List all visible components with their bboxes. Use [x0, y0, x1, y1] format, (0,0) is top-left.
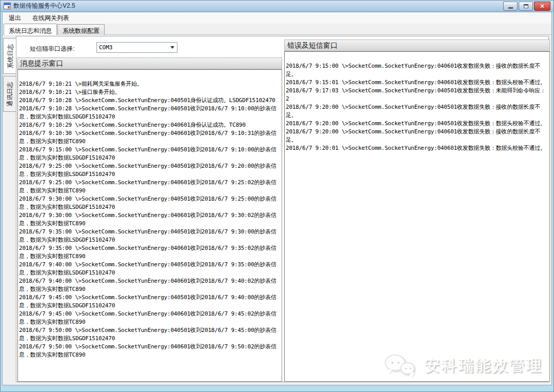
message-log-line: 2018/6/7 9:30:00 \>SocketComm.SocketYunE… [19, 211, 281, 228]
error-log-line: 2018/6/7 9:15:00 \>SocketComm.SocketYunE… [286, 62, 548, 79]
side-tab-system-log[interactable]: 系统日志 [3, 38, 16, 74]
tab-bar: 系统日志和消息 系统数据配置 [3, 24, 551, 35]
tab-system-data-config[interactable]: 系统数据配置 [57, 24, 105, 35]
message-log-line: 2018/6/7 9:50:00 \>SocketComm.SocketYunE… [19, 326, 281, 343]
error-log-line: 2018/6/7 9:17:03 \>SocketComm.SocketYunE… [286, 87, 548, 103]
client-area: 退出 在线网关列表 系统日志和消息 系统数据配置 系统日志 通讯日志 短信猫串口… [2, 12, 552, 385]
menu-bar: 退出 在线网关列表 [3, 12, 551, 24]
error-log[interactable]: 2018/6/7 9:15:00 \>SocketComm.SocketYunE… [284, 51, 550, 382]
message-log-line: 2018/6/7 9:25:00 \>SocketComm.SocketYunE… [19, 179, 281, 195]
app-icon [4, 3, 11, 9]
message-log-line: 2018/6/7 9:15:00 \>SocketComm.SocketYunE… [19, 146, 281, 162]
side-tab-comm-log[interactable]: 通讯日志 [3, 76, 16, 112]
message-log-line: 2018/6/7 9:45:00 \>SocketComm.SocketYunE… [19, 293, 281, 310]
minimize-icon [508, 7, 513, 9]
serial-port-select[interactable]: COM3 [96, 42, 177, 53]
maximize-button[interactable] [519, 2, 533, 11]
message-log-line: 2018/6/7 9:10:28 \>SocketComm.SocketYunE… [19, 96, 281, 105]
serial-port-label: 短信猫串口选择: [30, 45, 74, 53]
title-bar[interactable]: 数据传输服务中心V2.5 ✕ [1, 1, 553, 12]
menu-item-online-gateway-list[interactable]: 在线网关列表 [27, 12, 74, 24]
tab-system-log-and-messages[interactable]: 系统日志和消息 [4, 24, 57, 35]
message-log-line: 2018/6/7 9:30:00 \>SocketComm.SocketYunE… [19, 195, 281, 211]
chevron-down-icon [170, 46, 174, 49]
maximize-icon [524, 4, 528, 8]
error-log-line: 2018/6/7 9:20:00 \>SocketComm.SocketYunE… [286, 128, 548, 144]
wechat-bubbles-icon [385, 353, 418, 379]
serial-port-value: COM3 [99, 44, 113, 51]
message-log-line: 2018/6/7 9:10:21 \>能耗网关采集服务开始。 [19, 80, 281, 88]
watermark: 安科瑞能效管理 [385, 353, 543, 379]
message-log-line: 2018/6/7 9:10:28 \>SocketComm.SocketYunE… [19, 105, 281, 121]
menu-item-exit[interactable]: 退出 [4, 12, 26, 24]
window-title: 数据传输服务中心V2.5 [13, 2, 75, 10]
error-log-line: 2018/6/7 9:20:01 \>SocketComm.SocketYunE… [286, 144, 548, 152]
message-log-line: 2018/6/7 9:35:00 \>SocketComm.SocketYunE… [19, 244, 281, 261]
message-log-line: 2018/6/7 9:10:29 \>SocketComm.SocketYunE… [19, 121, 281, 129]
error-log-line: 2018/6/7 9:20:00 \>SocketComm.SocketYunE… [286, 103, 548, 120]
message-log-line: 2018/6/7 9:10:30 \>SocketComm.SocketYunE… [19, 129, 281, 146]
message-log[interactable]: 2018/6/7 9:10:21 \>能耗网关采集服务开始。2018/6/7 9… [17, 69, 282, 382]
error-log-line: 2018/6/7 9:15:01 \>SocketComm.SocketYunE… [286, 79, 548, 87]
message-log-line: 2018/6/7 9:35:00 \>SocketComm.SocketYunE… [19, 228, 281, 244]
message-log-line: 2018/6/7 9:45:00 \>SocketComm.SocketYunE… [19, 310, 281, 326]
close-icon: ✕ [540, 4, 544, 9]
error-panel-header: 错误及短信窗口 [284, 40, 550, 51]
message-log-line: 2018/6/7 9:40:00 \>SocketComm.SocketYunE… [19, 261, 281, 277]
minimize-button[interactable] [503, 2, 518, 11]
error-log-line: 2018/6/7 9:20:00 \>SocketComm.SocketYunE… [286, 120, 548, 128]
message-panel-header: 消息提示窗口 [17, 57, 282, 69]
close-button[interactable]: ✕ [534, 2, 550, 11]
app-window: 数据传输服务中心V2.5 ✕ 退出 在线网关列表 系统日志和消息 系统数据配置 … [0, 0, 554, 392]
message-log-line: 2018/6/7 9:25:00 \>SocketComm.SocketYunE… [19, 162, 281, 179]
message-log-line: 2018/6/7 9:50:00 \>SocketComm.SocketYunE… [19, 343, 281, 359]
log-tab-page: 短信猫串口选择: COM3 消息提示窗口 2018/6/7 9:10:21 \>… [16, 36, 549, 382]
message-log-line: 2018/6/7 9:40:00 \>SocketComm.SocketYunE… [19, 277, 281, 293]
message-log-line: 2018/6/7 9:10:21 \>接口服务开始。 [19, 88, 281, 96]
watermark-text: 安科瑞能效管理 [425, 356, 543, 377]
